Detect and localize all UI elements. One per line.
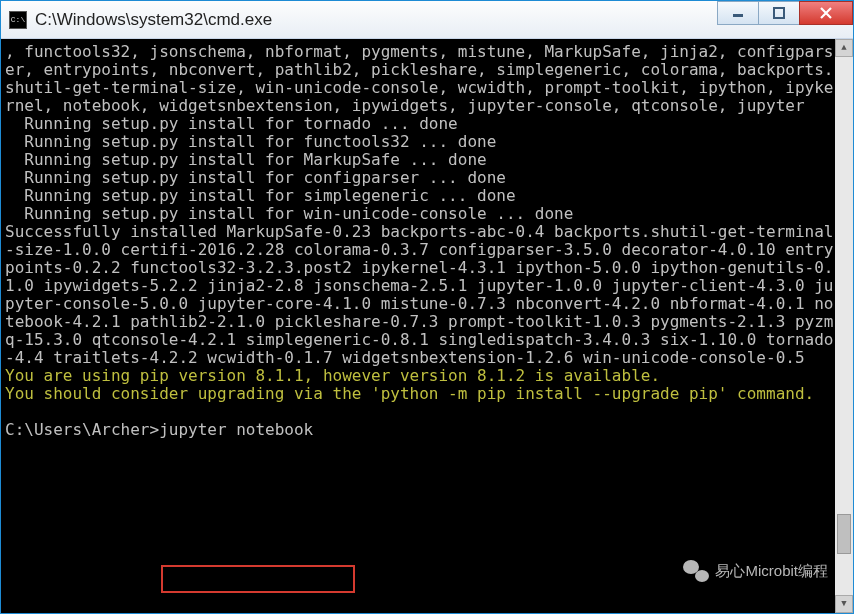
scroll-down-button[interactable]: ▼ — [835, 595, 853, 613]
output-line: Successfully installed MarkupSafe-0.23 b… — [5, 222, 833, 367]
prompt-command[interactable]: jupyter notebook — [159, 420, 313, 439]
close-button[interactable] — [799, 1, 853, 25]
pip-warning-line: You should consider upgrading via the 'p… — [5, 384, 814, 403]
output-line: Running setup.py install for tornado ...… — [5, 114, 458, 133]
terminal-area: , functools32, jsonschema, nbformat, pyg… — [1, 39, 853, 613]
scroll-track[interactable] — [835, 57, 853, 595]
output-line: Running setup.py install for configparse… — [5, 168, 506, 187]
output-line: Running setup.py install for MarkupSafe … — [5, 150, 487, 169]
maximize-button[interactable] — [758, 1, 800, 25]
svg-rect-0 — [733, 14, 743, 17]
terminal-output[interactable]: , functools32, jsonschema, nbformat, pyg… — [1, 39, 835, 613]
minimize-button[interactable] — [717, 1, 759, 25]
prompt-prefix: C:\Users\Archer> — [5, 420, 159, 439]
scroll-thumb[interactable] — [837, 514, 851, 554]
window-controls — [718, 1, 853, 38]
scroll-up-button[interactable]: ▲ — [835, 39, 853, 57]
cmd-icon: C:\ — [9, 11, 27, 29]
pip-warning-line: You are using pip version 8.1.1, however… — [5, 366, 660, 385]
output-line: Running setup.py install for win-unicode… — [5, 204, 573, 223]
titlebar[interactable]: C:\ C:\Windows\system32\cmd.exe — [1, 1, 853, 39]
command-prompt-window: C:\ C:\Windows\system32\cmd.exe , functo… — [0, 0, 854, 614]
output-line: Running setup.py install for simplegener… — [5, 186, 516, 205]
window-title: C:\Windows\system32\cmd.exe — [35, 10, 718, 30]
vertical-scrollbar[interactable]: ▲ ▼ — [835, 39, 853, 613]
output-line: , functools32, jsonschema, nbformat, pyg… — [5, 42, 833, 115]
output-line: Running setup.py install for functools32… — [5, 132, 496, 151]
svg-rect-1 — [774, 8, 784, 18]
